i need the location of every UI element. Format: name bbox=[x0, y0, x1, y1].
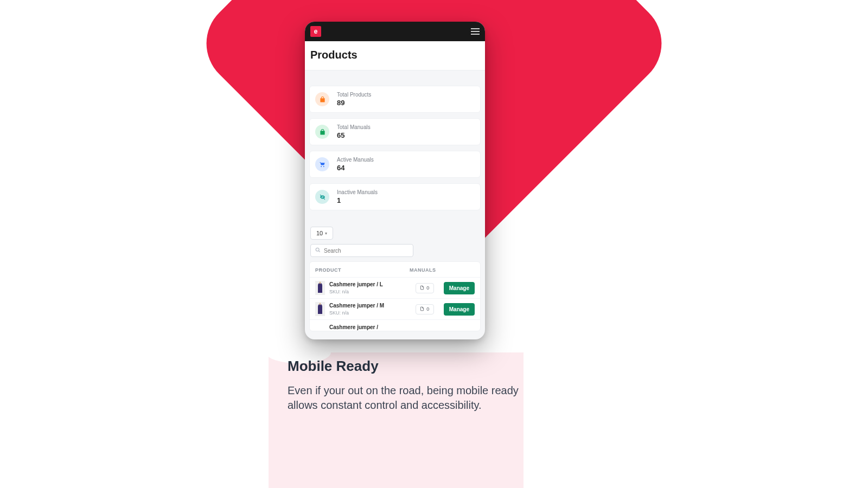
eye-off-icon bbox=[315, 190, 329, 204]
stat-inactive-manuals: Inactive Manuals 1 bbox=[309, 183, 481, 210]
search-input-wrap[interactable] bbox=[310, 244, 413, 257]
table-row: Cashmere jumper / bbox=[310, 319, 480, 331]
product-thumbnail bbox=[315, 281, 325, 295]
table-row: Cashmere jumper / L SKU: n/a 0 Manage bbox=[310, 277, 480, 298]
stat-label: Inactive Manuals bbox=[337, 189, 378, 195]
stat-value: 1 bbox=[337, 196, 378, 204]
stat-value: 64 bbox=[337, 164, 374, 172]
search-input[interactable] bbox=[324, 248, 409, 254]
page-title: Products bbox=[310, 49, 480, 61]
bag-icon bbox=[315, 92, 329, 106]
product-sku: SKU: n/a bbox=[329, 289, 411, 294]
cart-icon bbox=[315, 157, 329, 171]
app-topbar: e bbox=[305, 22, 485, 41]
page-size-value: 10 bbox=[316, 230, 323, 236]
marketing-title: Mobile Ready bbox=[288, 358, 521, 375]
product-title: Cashmere jumper / M bbox=[329, 303, 411, 309]
stat-value: 89 bbox=[337, 99, 371, 107]
manage-button[interactable]: Manage bbox=[444, 303, 475, 316]
product-thumbnail bbox=[315, 302, 325, 316]
search-icon bbox=[315, 247, 321, 254]
product-title: Cashmere jumper / L bbox=[329, 281, 411, 288]
table-controls: 10 ▾ bbox=[309, 227, 481, 257]
bag-icon bbox=[315, 125, 329, 139]
manual-count: 0 bbox=[426, 285, 429, 291]
manual-count-badge: 0 bbox=[416, 283, 434, 293]
phone-frame: e Products Total Products 89 Total Manua… bbox=[305, 22, 485, 339]
marketing-copy: Mobile Ready Even if your out on the roa… bbox=[288, 358, 521, 413]
stat-label: Total Manuals bbox=[337, 124, 371, 130]
manual-count: 0 bbox=[426, 306, 429, 312]
stat-label: Total Products bbox=[337, 92, 371, 98]
stat-total-manuals: Total Manuals 65 bbox=[309, 118, 481, 145]
products-table: PRODUCT MANUALS Cashmere jumper / L SKU:… bbox=[309, 261, 481, 331]
manage-button[interactable]: Manage bbox=[444, 282, 475, 294]
app-logo[interactable]: e bbox=[310, 26, 321, 37]
file-icon bbox=[420, 306, 424, 312]
stat-active-manuals: Active Manuals 64 bbox=[309, 151, 481, 178]
col-product: PRODUCT bbox=[315, 267, 410, 273]
page-size-select[interactable]: 10 ▾ bbox=[310, 227, 333, 240]
stat-value: 65 bbox=[337, 131, 371, 139]
page-header: Products bbox=[305, 41, 485, 70]
stat-label: Active Manuals bbox=[337, 157, 374, 163]
page-content: Total Products 89 Total Manuals 65 Activ… bbox=[305, 70, 485, 331]
file-icon bbox=[420, 285, 424, 291]
hamburger-menu-icon[interactable] bbox=[471, 28, 480, 35]
product-title: Cashmere jumper / bbox=[329, 324, 475, 331]
col-manuals: MANUALS bbox=[410, 267, 475, 273]
chevron-down-icon: ▾ bbox=[325, 231, 327, 236]
product-sku: SKU: n/a bbox=[329, 310, 411, 316]
manual-count-badge: 0 bbox=[416, 304, 434, 314]
svg-point-2 bbox=[319, 282, 321, 284]
marketing-body: Even if your out on the road, being mobi… bbox=[288, 383, 521, 413]
table-header: PRODUCT MANUALS bbox=[310, 262, 480, 277]
svg-point-4 bbox=[319, 303, 321, 305]
table-row: Cashmere jumper / M SKU: n/a 0 Manage bbox=[310, 298, 480, 319]
svg-point-0 bbox=[316, 248, 319, 251]
stat-total-products: Total Products 89 bbox=[309, 86, 481, 113]
